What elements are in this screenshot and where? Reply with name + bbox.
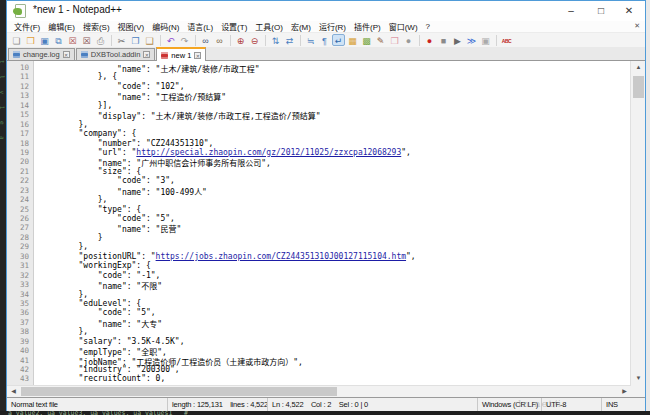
vertical-scrollbar[interactable]: ▲ ▼	[630, 61, 645, 385]
menu-item-v[interactable]: 视图(V)	[114, 21, 149, 32]
line-number: 21	[7, 167, 34, 176]
line-number: 34	[7, 290, 34, 299]
horizontal-scrollbar[interactable]: ◀ ▶	[7, 385, 631, 397]
save-all-icon[interactable]: ⧉	[52, 34, 65, 46]
show-all-characters-icon[interactable]: ¶	[318, 34, 331, 46]
edit-pencil-icon[interactable]: ✎	[374, 34, 387, 46]
menu-item-o[interactable]: 工具(O)	[251, 21, 287, 32]
tab-close-icon[interactable]: ✕	[63, 51, 70, 58]
sync-vertical-scroll-icon[interactable]: ⇅	[269, 34, 282, 46]
floppy-disk-icon	[81, 51, 88, 58]
macro-stop-icon[interactable]: ■	[437, 34, 450, 46]
tab-close-icon[interactable]: ✕	[143, 51, 150, 58]
menu-item-n[interactable]: 编码(N)	[148, 21, 183, 32]
editor-line: 20 "name": "广州中职信会计师事务所有限公司",	[7, 157, 630, 166]
line-text: },	[34, 242, 88, 251]
editor-line: 18 "number": "CZ244351310",	[7, 139, 630, 148]
scroll-right-icon[interactable]: ▶	[618, 386, 631, 397]
tab-change-log[interactable]: change.log✕	[8, 48, 75, 60]
vertical-scroll-thumb[interactable]	[633, 76, 644, 98]
line-text: "positionURL": "https://jobs.zhaopin.com…	[34, 252, 416, 261]
url-link[interactable]: https://jobs.zhaopin.com/CZ244351310J001…	[156, 252, 406, 261]
chameleon-icon	[13, 8, 22, 15]
line-number: 36	[7, 308, 34, 317]
menu-close-icon[interactable]: ✕	[634, 22, 640, 30]
menu-item-s[interactable]: 搜索(S)	[79, 21, 114, 32]
new-file-icon[interactable]: ❏	[10, 34, 23, 46]
sync-horizontal-scroll-icon[interactable]: ⇄	[283, 34, 296, 46]
menu-bar: 文件(F)编辑(E)搜索(S)视图(V)编码(N)语言(L)设置(T)工具(O)…	[7, 21, 645, 32]
close-icon[interactable]: ☒	[66, 34, 79, 46]
maximize-button[interactable]: □	[587, 1, 615, 20]
line-text: "company": {	[34, 129, 136, 138]
doc-map-icon[interactable]: ▦	[346, 34, 359, 46]
menu-item-l[interactable]: 语言(L)	[183, 21, 217, 32]
open-file-icon[interactable]: ❒	[24, 34, 37, 46]
print-icon[interactable]: ⎙	[94, 34, 107, 46]
macro-play-icon[interactable]: ▶	[451, 34, 464, 46]
editor-line: 32 "code": "-1",	[7, 271, 630, 280]
scroll-up-icon[interactable]: ▲	[631, 61, 645, 74]
menu-item-e[interactable]: 编辑(E)	[44, 21, 79, 32]
scroll-left-icon[interactable]: ◀	[7, 386, 20, 397]
cut-icon[interactable]: ✂	[115, 34, 128, 46]
tab-dxbtool-addin[interactable]: DXBTool.addin✕	[76, 48, 156, 60]
editor-line: 39 "salary": "3.5K-4.5K",	[7, 337, 630, 346]
line-text: }, {	[34, 72, 117, 81]
editor-area[interactable]: 10 "name": "土木/建筑/装修/市政工程"11 }, {12 "cod…	[7, 61, 645, 385]
zoom-out-icon[interactable]: ⊖	[248, 34, 261, 46]
tab-close-icon[interactable]: ✕	[194, 52, 201, 59]
save-icon[interactable]: ▣	[38, 34, 51, 46]
line-text: }],	[34, 101, 112, 110]
copy-icon[interactable]: ❐	[129, 34, 142, 46]
editor-line: 31 "workingExp": {	[7, 261, 630, 270]
menu-item-f[interactable]: 文件(F)	[10, 21, 44, 32]
zoom-in-icon[interactable]: ⊕	[234, 34, 247, 46]
undo-icon[interactable]: ↶	[164, 34, 177, 46]
close-all-icon[interactable]: ☒	[80, 34, 93, 46]
line-number: 16	[7, 120, 34, 129]
title-bar[interactable]: *new 1 - Notepad++ – □ ✕	[7, 1, 645, 21]
macro-record-icon[interactable]: ●	[423, 34, 436, 46]
menu-item-m[interactable]: 宏(M)	[287, 21, 315, 32]
editor-line: 35 "eduLevel": {	[7, 299, 630, 308]
scroll-down-icon[interactable]: ▼	[631, 372, 645, 385]
document-switcher-icon[interactable]: ●	[402, 34, 415, 46]
editor-line: 25 "type": {	[7, 205, 630, 214]
menu-item-w[interactable]: 窗口(W)	[385, 21, 422, 32]
macro-run-multiple-icon[interactable]: ≫	[465, 34, 478, 46]
line-text: "code": "102",	[34, 82, 185, 91]
line-number: 31	[7, 261, 34, 270]
line-number: 13	[7, 91, 34, 100]
replace-icon[interactable]: ∞	[213, 34, 226, 46]
minimize-button[interactable]: –	[557, 1, 585, 20]
close-button[interactable]: ✕	[615, 1, 643, 20]
menu-item-?[interactable]: ?	[422, 22, 434, 31]
tab-new-1[interactable]: new 1✕	[156, 47, 206, 61]
status-length-lines: length : 125,131 lines : 4,522	[167, 398, 267, 411]
url-link[interactable]: http://special.zhaopin.com/gz/2012/11025…	[136, 148, 401, 157]
spell-check-icon[interactable]: ABC	[500, 34, 513, 46]
menu-item-r[interactable]: 运行(R)	[315, 21, 350, 32]
editor-line: 24 },	[7, 195, 630, 204]
line-text: "recruitCount": 0,	[34, 374, 165, 383]
line-number: 27	[7, 223, 34, 232]
editor-line: 33 "name": "不限"	[7, 280, 630, 289]
line-text: "industry": "200300",	[34, 365, 180, 374]
line-text: "name": "不限"	[34, 280, 162, 289]
horizontal-scroll-thumb[interactable]	[21, 387, 337, 396]
floppy-disk-icon	[161, 52, 168, 59]
paste-icon[interactable]: ❑	[143, 34, 156, 46]
redo-icon[interactable]: ↷	[178, 34, 191, 46]
line-number: 12	[7, 82, 34, 91]
folder-as-workspace-icon[interactable]: ❒	[388, 34, 401, 46]
menu-item-t[interactable]: 设置(T)	[217, 21, 251, 32]
find-icon[interactable]: ∞	[199, 34, 212, 46]
status-encoding: UTF-8	[541, 398, 601, 411]
eol-view-icon[interactable]: ≒	[304, 34, 317, 46]
function-list-icon[interactable]: ▩	[360, 34, 373, 46]
word-wrap-icon[interactable]: ↵	[332, 34, 345, 46]
macro-save-icon[interactable]: ▣	[479, 34, 492, 46]
menu-item-p[interactable]: 插件(P)	[350, 21, 385, 32]
line-text: "eduLevel": {	[34, 299, 141, 308]
